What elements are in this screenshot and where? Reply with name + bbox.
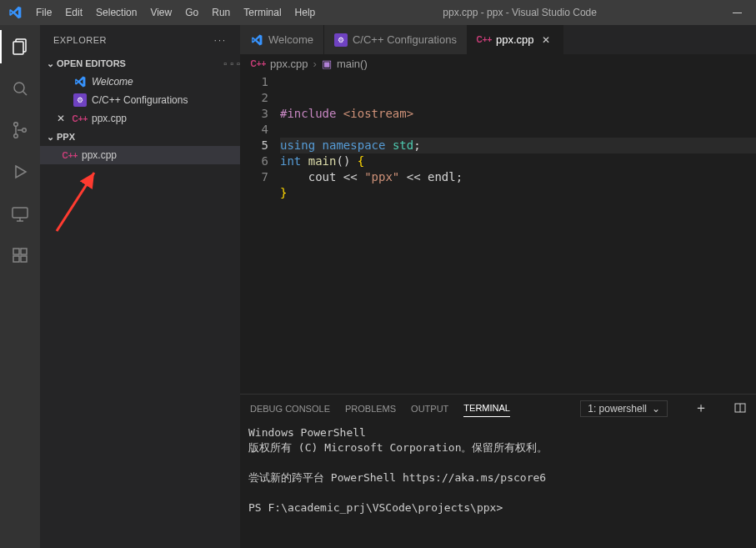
chevron-down-icon: ⌄ (43, 132, 57, 143)
minimize-button[interactable] (718, 0, 756, 25)
tab-ccpp-config[interactable]: ⚙ C/C++ Configurations (324, 25, 468, 54)
open-editor-label: C/C++ Configurations (92, 94, 188, 106)
cpp-file-icon: C++ (478, 33, 491, 47)
chevron-down-icon: ⌄ (652, 403, 660, 415)
code-editor[interactable]: 1234567 #include <iostream> using namesp… (240, 73, 756, 394)
svg-rect-2 (13, 42, 23, 54)
tab-ppx-cpp[interactable]: C++ ppx.cpp ✕ (468, 25, 563, 54)
tab-label: ppx.cpp (496, 33, 534, 46)
menu-edit[interactable]: Edit (58, 0, 89, 25)
menu-terminal[interactable]: Terminal (237, 0, 288, 25)
open-editor-item[interactable]: ⚙ C/C++ Configurations (40, 91, 240, 109)
terminal[interactable]: Windows PowerShell 版权所有 (C) Microsoft Co… (240, 422, 756, 548)
split-terminal-icon[interactable] (734, 402, 746, 415)
remote-icon[interactable] (0, 197, 40, 230)
panel-tab-terminal[interactable]: TERMINAL (463, 400, 510, 417)
panel-tab-output[interactable]: OUTPUT (411, 400, 448, 417)
editor-group: Welcome ⚙ C/C++ Configurations C++ ppx.c… (240, 25, 756, 548)
panel-tab-problems[interactable]: PROBLEMS (345, 400, 396, 417)
gear-icon: ⚙ (73, 93, 87, 107)
panel-tab-debug-console[interactable]: DEBUG CONSOLE (250, 400, 330, 417)
svg-rect-14 (21, 256, 27, 262)
svg-point-6 (14, 134, 18, 138)
svg-point-5 (14, 123, 18, 127)
extensions-icon[interactable] (0, 239, 40, 272)
sidebar-title: EXPLORER (53, 35, 107, 45)
tab-label: C/C++ Configurations (353, 33, 457, 46)
file-tree-item[interactable]: C++ ppx.cpp (40, 146, 240, 164)
folder-label: PPX (57, 132, 75, 142)
source-control-icon[interactable] (0, 113, 40, 147)
save-all-icon[interactable]: ▫ (230, 58, 233, 68)
close-icon[interactable]: ✕ (539, 33, 553, 47)
sidebar-more-icon[interactable]: ··· (214, 35, 227, 45)
open-editor-label: ppx.cpp (92, 113, 127, 124)
menu-view[interactable]: View (143, 0, 178, 25)
tab-welcome[interactable]: Welcome (240, 25, 324, 54)
explorer-sidebar: EXPLORER ··· ⌄ OPEN EDITORS ▫ ▫ ▫ Welcom… (40, 25, 240, 548)
code-content[interactable]: #include <iostream> using namespace std;… (280, 73, 756, 394)
vscode-logo-icon (0, 6, 29, 19)
svg-rect-15 (21, 249, 27, 254)
svg-rect-13 (13, 256, 19, 262)
open-editors-header[interactable]: ⌄ OPEN EDITORS ▫ ▫ ▫ (40, 54, 240, 73)
menu-selection[interactable]: Selection (89, 0, 143, 25)
bottom-panel: DEBUG CONSOLE PROBLEMS OUTPUT TERMINAL 1… (240, 394, 756, 548)
open-editors-label: OPEN EDITORS (57, 58, 126, 68)
open-editor-item[interactable]: ✕ C++ ppx.cpp (40, 109, 240, 128)
chevron-right-icon: › (313, 58, 317, 70)
terminal-selector[interactable]: 1: powershell ⌄ (580, 400, 668, 417)
cpp-file-icon: C++ (63, 148, 77, 162)
cpp-file-icon: C++ (252, 57, 265, 70)
tab-label: Welcome (268, 33, 313, 46)
file-label: ppx.cpp (82, 149, 117, 161)
editor-tabs: Welcome ⚙ C/C++ Configurations C++ ppx.c… (240, 25, 756, 54)
menubar: File Edit Selection View Go Run Terminal… (29, 0, 322, 25)
menu-run[interactable]: Run (205, 0, 237, 25)
svg-rect-9 (13, 208, 28, 218)
chevron-down-icon: ⌄ (43, 58, 57, 69)
menu-go[interactable]: Go (178, 0, 205, 25)
activity-bar (0, 25, 40, 548)
open-editor-item[interactable]: Welcome (40, 73, 240, 91)
search-icon[interactable] (0, 72, 40, 105)
folder-header[interactable]: ⌄ PPX (40, 128, 240, 146)
menu-file[interactable]: File (29, 0, 58, 25)
svg-point-3 (14, 83, 24, 93)
new-terminal-icon[interactable]: ＋ (694, 400, 708, 417)
svg-point-7 (23, 128, 27, 133)
terminal-selector-label: 1: powershell (588, 403, 647, 415)
breadcrumb-file[interactable]: ppx.cpp (270, 58, 308, 70)
explorer-icon[interactable] (0, 30, 40, 63)
symbol-cube-icon: ▣ (322, 58, 332, 70)
svg-marker-8 (16, 166, 26, 178)
vscode-icon (250, 33, 263, 47)
breadcrumb-symbol[interactable]: main() (337, 58, 368, 70)
gear-icon: ⚙ (334, 33, 348, 47)
line-gutter: 1234567 (240, 73, 280, 394)
close-icon[interactable]: ✕ (57, 113, 68, 124)
window-title: ppx.cpp - ppx - Visual Studio Code (322, 7, 718, 18)
menu-help[interactable]: Help (288, 0, 323, 25)
svg-rect-12 (13, 249, 19, 254)
run-debug-icon[interactable] (0, 155, 40, 189)
new-file-icon[interactable]: ▫ (223, 58, 227, 68)
titlebar: File Edit Selection View Go Run Terminal… (0, 0, 756, 25)
open-editor-label: Welcome (92, 76, 133, 88)
svg-line-4 (23, 92, 28, 96)
breadcrumbs[interactable]: C++ ppx.cpp › ▣ main() (240, 54, 756, 73)
cpp-file-icon: C++ (73, 112, 87, 125)
vscode-icon (73, 75, 87, 88)
